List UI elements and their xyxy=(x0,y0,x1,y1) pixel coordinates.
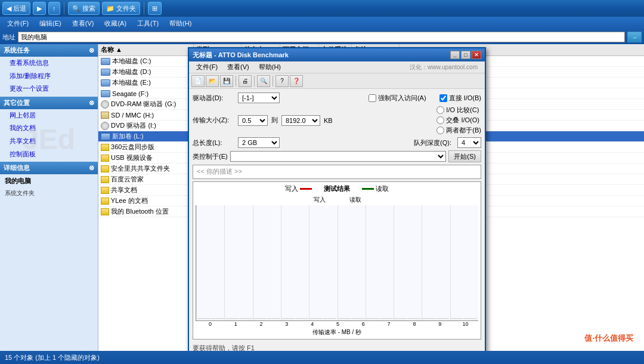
chart-x-labels: 012345678910 xyxy=(196,321,478,327)
drive-select[interactable]: [-1-] xyxy=(238,92,280,103)
back-button[interactable]: ◀ 后退 xyxy=(2,2,30,15)
direct-io-checkbox[interactable] xyxy=(439,94,447,102)
sidebar-section-details: 详细信息 ⊗ 我的电脑 系统文件夹 xyxy=(0,162,98,199)
description-area[interactable]: << 你的描述 >> xyxy=(193,165,481,179)
toolbar-save-btn[interactable]: 💾 xyxy=(220,75,233,87)
sidebar: 系统任务 ⊗ 查看系统信息 添加/删除程序 更改一个设置 其它位置 ⊗ 网上邻居… xyxy=(0,44,98,351)
chart-gridline xyxy=(394,205,394,320)
both-io-label[interactable]: 两者都于(B) xyxy=(436,126,481,135)
dialog-menu-chinese: 汉化：www.upantool.com xyxy=(405,63,482,72)
menu-favorites[interactable]: 收藏(A) xyxy=(100,18,131,29)
dialog-minimize-button[interactable]: _ xyxy=(450,51,460,59)
chart-gridline xyxy=(309,205,309,320)
separator2 xyxy=(144,2,144,14)
dialog-close-button[interactable]: ✕ xyxy=(472,51,481,59)
chart-help: 要获得帮助，请按 F1 xyxy=(193,344,481,351)
force-access-checkbox[interactable] xyxy=(369,94,376,102)
chart-gridline xyxy=(196,205,197,320)
sidebar-item-shareddocs[interactable]: 共享文档 xyxy=(0,135,98,148)
menu-bar: 文件(F) 编辑(E) 查看(V) 收藏(A) 工具(T) 帮助(H) xyxy=(0,17,644,30)
chart-x-label: 10 xyxy=(453,321,478,327)
toolbar-new-btn[interactable]: 📄 xyxy=(191,75,205,87)
queue-depth-select[interactable]: 4 xyxy=(457,137,481,148)
chart-bar-write xyxy=(422,318,435,319)
toolbar-open-btn[interactable]: 📂 xyxy=(206,75,219,87)
chart-x-title: 传输速率 - MB / 秒 xyxy=(196,328,478,337)
overlapped-io-label[interactable]: 交叠 I/O(O) xyxy=(436,116,481,125)
force-access-label[interactable]: 强制写入访问(A) xyxy=(369,94,426,103)
chart-bar-read xyxy=(408,318,421,319)
dialog-drive-row: 驱动器(D): [-1-] 强制写入访问(A) 直接 I/O(B) xyxy=(193,92,481,103)
menu-file[interactable]: 文件(F) xyxy=(2,18,33,29)
sidebar-item-addremove[interactable]: 添加/删除程序 xyxy=(0,70,98,83)
file-list: 名称 ▲ 类型 总大小 可用空间 文件系统 备注 本地磁盘 (C:) 本地磁盘 … xyxy=(98,44,644,351)
transfer-min-select[interactable]: 0.5 xyxy=(238,115,268,126)
chart-x-label: 1 xyxy=(223,321,249,327)
chart-col-headers: 写入 读取 xyxy=(196,196,478,204)
sidebar-item-mydocs[interactable]: 我的文档 xyxy=(0,122,98,135)
sidebar-item-settings[interactable]: 更改一个设置 xyxy=(0,82,98,95)
sidebar-item-sysinfo[interactable]: 查看系统信息 xyxy=(0,57,98,70)
io-ratio-label[interactable]: I/O 比较(C) xyxy=(436,106,481,115)
chart-bar-read xyxy=(352,318,365,319)
address-bar: 地址 → xyxy=(0,30,644,44)
io-ratio-radio[interactable] xyxy=(436,106,444,114)
dialog-menu-file[interactable]: 文件(F) xyxy=(191,62,222,72)
up-button[interactable]: ↑ xyxy=(48,2,60,15)
direct-io-label[interactable]: 直接 I/O(B) xyxy=(439,94,481,103)
both-io-radio[interactable] xyxy=(436,127,444,134)
forward-button[interactable]: ▶ xyxy=(33,2,46,15)
dialog-menu-help[interactable]: 帮助(H) xyxy=(254,62,286,72)
total-length-select[interactable]: 2 GB xyxy=(238,137,280,148)
toolbar-search-btn[interactable]: 🔍 xyxy=(257,75,270,87)
address-go-button[interactable]: → xyxy=(627,32,642,42)
menu-help[interactable]: 帮助(H) xyxy=(165,18,196,29)
chart-x-label: 9 xyxy=(427,321,453,327)
chart-bar-read xyxy=(211,318,224,319)
address-label: 地址 xyxy=(2,33,16,42)
dialog-maximize-button[interactable]: □ xyxy=(461,51,470,59)
search-button[interactable]: 🔍 搜索 xyxy=(68,2,100,15)
toolbar-help2-btn[interactable]: ❓ xyxy=(290,75,303,87)
chart-bar-group xyxy=(309,206,336,319)
chart-gridline xyxy=(450,205,451,320)
taskbar-top: ◀ 后退 ▶ ↑ 🔍 搜索 📁 文件夹 ⊞ xyxy=(0,0,644,17)
sidebar-item-network[interactable]: 网上邻居 xyxy=(0,109,98,122)
write-legend-label: 写入 xyxy=(285,184,298,193)
toolbar-print-btn[interactable]: 🖨 xyxy=(239,75,252,87)
sidebar-details-header[interactable]: 详细信息 ⊗ xyxy=(0,162,98,174)
sidebar-item-controlpanel[interactable]: 控制面板 xyxy=(0,148,98,161)
menu-edit[interactable]: 编辑(E) xyxy=(35,18,66,29)
separator1 xyxy=(64,2,64,14)
toolbar-help-btn[interactable]: ? xyxy=(275,75,289,87)
sidebar-section-other: 其它位置 ⊗ 网上邻居 我的文档 共享文档 控制面板 xyxy=(0,97,98,161)
menu-tools[interactable]: 工具(T) xyxy=(132,18,163,29)
chart-bar-write xyxy=(366,318,379,319)
watermark: 值·什么值得买 xyxy=(580,331,638,346)
folders-button[interactable]: 📁 文件夹 xyxy=(102,2,140,15)
chart-bar-read xyxy=(267,318,280,319)
view-button[interactable]: ⊞ xyxy=(148,2,162,15)
start-button[interactable]: 开始(S) xyxy=(448,150,481,162)
chart-bar-read xyxy=(239,318,252,319)
overlapped-io-radio[interactable] xyxy=(436,116,444,124)
dialog-transfer-row: 传输大小(Z): 0.5 到 8192.0 KB I/O 比较(C) xyxy=(193,106,481,135)
process-select[interactable] xyxy=(230,151,447,162)
chart-bar-group xyxy=(225,206,252,319)
legend-write: 写入 xyxy=(285,184,312,193)
chart-title: 测试结果 xyxy=(324,184,350,193)
sidebar-other-header[interactable]: 其它位置 ⊗ xyxy=(0,97,98,109)
header-name[interactable]: 名称 ▲ xyxy=(98,44,194,55)
chart-gridline xyxy=(224,205,225,320)
status-text: 15 个对象 (加上 1 个隐藏的对象) xyxy=(5,353,100,362)
transfer-max-select[interactable]: 8192.0 xyxy=(281,115,320,126)
sidebar-tasks-header[interactable]: 系统任务 ⊗ xyxy=(0,44,98,57)
main-container: 系统任务 ⊗ 查看系统信息 添加/删除程序 更改一个设置 其它位置 ⊗ 网上邻居… xyxy=(0,44,644,351)
chart-bar-write xyxy=(450,318,463,319)
chart-bar-write xyxy=(309,318,323,319)
chart-legend: 写入 测试结果 读取 xyxy=(196,184,478,193)
menu-view[interactable]: 查看(V) xyxy=(67,18,99,29)
dialog-menu-view[interactable]: 查看(V) xyxy=(222,62,254,72)
total-length-label: 总长度(L): xyxy=(193,138,234,147)
address-input[interactable] xyxy=(18,32,625,42)
